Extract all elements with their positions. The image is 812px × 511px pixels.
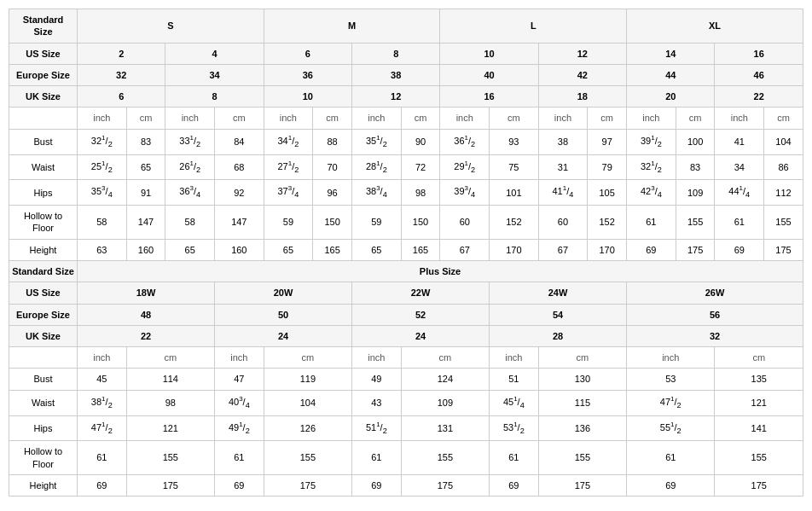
plus-waist-0-inch: 381/2	[78, 390, 127, 415]
waist-5-inch: 31	[538, 154, 588, 180]
plus-height-4-cm: 175	[715, 474, 803, 496]
waist-5-cm: 79	[588, 154, 627, 180]
inch-col-4: inch	[440, 107, 490, 129]
hollow-to-floor-1-cm: 147	[215, 206, 264, 240]
plus-bust-4-cm: 135	[715, 369, 803, 390]
hips-1-cm: 92	[215, 180, 264, 206]
plus-eu-50: 50	[215, 304, 352, 325]
hollow-to-floor-5-cm: 152	[588, 206, 627, 240]
hollow-to-floor-7-inch: 61	[715, 206, 764, 240]
waist-2-inch: 271/2	[264, 154, 313, 180]
inch-col-3: inch	[352, 107, 402, 129]
hips-0-cm: 91	[126, 180, 165, 206]
height-4-inch: 67	[440, 239, 490, 260]
plus-hips-3-cm: 136	[538, 415, 626, 441]
height-2-cm: 165	[313, 239, 352, 260]
plus-bust-3-cm: 130	[538, 369, 626, 390]
uk-10: 10	[264, 86, 351, 107]
waist-0-inch: 251/2	[78, 154, 127, 180]
hollow-to-floor-0-cm: 147	[126, 206, 165, 240]
europe-size-label: Europe Size	[9, 64, 78, 85]
waist-3-inch: 281/2	[352, 154, 402, 180]
bust-5-cm: 97	[588, 129, 627, 154]
plus-waist-1-cm: 104	[264, 390, 351, 415]
cm-col-2: cm	[313, 107, 352, 129]
plus-height-3-cm: 175	[538, 474, 626, 496]
uk-20: 20	[627, 86, 715, 107]
bust-1-inch: 331/2	[165, 129, 215, 154]
plus-standard-size-label: Standard Size	[9, 260, 78, 282]
hollow-to-floor-2-inch: 59	[264, 206, 313, 240]
plus-us-18W: 18W	[78, 282, 215, 304]
cm-col-3: cm	[401, 107, 440, 129]
plus-eu-56: 56	[627, 304, 803, 325]
bust-6-inch: 391/2	[627, 129, 676, 154]
inch-col-5: inch	[538, 107, 588, 129]
eu-40: 40	[440, 64, 538, 85]
us-4: 4	[165, 43, 264, 64]
plus-waist-4-inch: 471/2	[627, 390, 715, 415]
hips-1-inch: 363/4	[165, 180, 215, 206]
waist-3-cm: 72	[401, 154, 440, 180]
plus-hips-1-cm: 126	[264, 415, 351, 441]
hips-4-cm: 101	[490, 180, 539, 206]
plus-height-0-inch: 69	[78, 474, 127, 496]
height-7-inch: 69	[715, 239, 764, 260]
plus-eu-48: 48	[78, 304, 215, 325]
uk-12: 12	[352, 86, 440, 107]
plus-eu-label: Europe Size	[9, 304, 78, 325]
plus-bust-2-inch: 49	[352, 369, 402, 390]
bust-5-inch: 38	[538, 129, 588, 154]
height-4-cm: 170	[490, 239, 539, 260]
plus-hips-4-inch: 551/2	[627, 415, 715, 441]
plus-hips-2-cm: 131	[401, 415, 489, 441]
plus-hollow-to-floor-0-inch: 61	[78, 441, 127, 475]
hollow-to-floor-label: Hollow to Floor	[9, 206, 78, 240]
plus-us-26W: 26W	[627, 282, 803, 304]
plus-waist-3-inch: 451/4	[490, 390, 539, 415]
uk-18: 18	[538, 86, 626, 107]
eu-34: 34	[165, 64, 264, 85]
us-8: 8	[352, 43, 440, 64]
plus-cm-g3: cm	[538, 347, 626, 369]
us-16: 16	[715, 43, 803, 64]
bust-6-cm: 100	[676, 129, 715, 154]
bust-4-cm: 93	[490, 129, 539, 154]
plus-bust-3-inch: 51	[490, 369, 539, 390]
uk-size-label: UK Size	[9, 86, 78, 107]
plus-height-label: Height	[9, 474, 78, 496]
waist-1-cm: 68	[215, 154, 264, 180]
height-2-inch: 65	[264, 239, 313, 260]
plus-height-2-cm: 175	[401, 474, 489, 496]
group-s: S	[78, 9, 264, 44]
hollow-to-floor-1-inch: 58	[165, 206, 215, 240]
height-1-cm: 160	[215, 239, 264, 260]
cm-col-0: cm	[126, 107, 165, 129]
cm-col-6: cm	[676, 107, 715, 129]
hips-0-inch: 353/4	[78, 180, 127, 206]
plus-bust-4-inch: 53	[627, 369, 715, 390]
cm-col-1: cm	[215, 107, 264, 129]
plus-bust-label: Bust	[9, 369, 78, 390]
inch-col-2: inch	[264, 107, 313, 129]
plus-hollow-to-floor-1-cm: 155	[264, 441, 351, 475]
plus-height-4-inch: 69	[627, 474, 715, 496]
waist-7-inch: 34	[715, 154, 764, 180]
us-14: 14	[627, 43, 715, 64]
hips-2-cm: 96	[313, 180, 352, 206]
plus-height-2-inch: 69	[352, 474, 402, 496]
waist-2-cm: 70	[313, 154, 352, 180]
plus-size-section-label: Plus Size	[78, 260, 803, 282]
us-6: 6	[264, 43, 351, 64]
hips-5-cm: 105	[588, 180, 627, 206]
bust-4-inch: 361/2	[440, 129, 490, 154]
plus-height-1-cm: 175	[264, 474, 351, 496]
plus-hollow-to-floor-0-cm: 155	[126, 441, 214, 475]
standard-size-label: StandardSize	[9, 9, 78, 44]
height-6-cm: 175	[676, 239, 715, 260]
plus-height-3-inch: 69	[490, 474, 539, 496]
hips-3-cm: 98	[401, 180, 440, 206]
plus-inch-g3: inch	[490, 347, 539, 369]
us-10: 10	[440, 43, 538, 64]
hollow-to-floor-4-inch: 60	[440, 206, 490, 240]
